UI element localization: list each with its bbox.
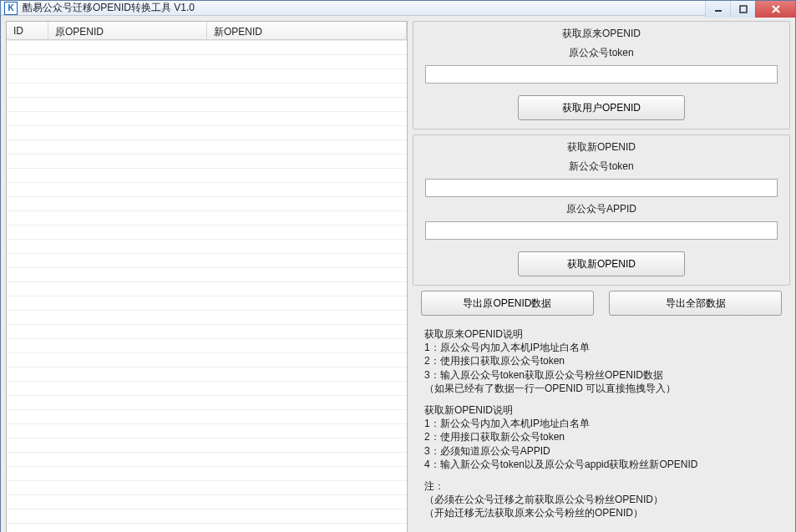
instr3-line2: （开始迁移无法获取原来公众号粉丝的OPENID） <box>424 506 778 519</box>
instr1-line2: 2：使用接口获取原公众号token <box>424 354 778 367</box>
app-icon: K <box>4 2 18 15</box>
instructions-block-2: 获取新OPENID说明 1：新公众号内加入本机IP地址白名单 2：使用接口获取新… <box>424 403 778 471</box>
original-appid-label: 原公众号APPID <box>413 197 789 216</box>
close-button[interactable] <box>755 1 795 18</box>
instructions-block-1: 获取原来OPENID说明 1：原公众号内加入本机IP地址白名单 2：使用接口获取… <box>424 327 778 395</box>
svg-rect-1 <box>740 6 747 13</box>
export-original-openid-button[interactable]: 导出原OPENID数据 <box>421 291 594 316</box>
client-area: ID 原OPENID 新OPENID 获取原来OPENID 原公众号token … <box>1 16 795 532</box>
instr3-line1: （必须在公众号迁移之前获取原公众号粉丝OPENID） <box>424 493 778 506</box>
original-token-label: 原公众号token <box>413 41 789 60</box>
controls-panel: 获取原来OPENID 原公众号token 获取用户OPENID 获取新OPENI… <box>413 21 790 532</box>
instructions-block-3: 注： （必须在公众号迁移之前获取原公众号粉丝OPENID） （开始迁移无法获取原… <box>424 479 778 520</box>
new-token-label: 新公众号token <box>413 155 789 174</box>
maximize-icon <box>739 5 748 13</box>
window-title: 酷易公众号迁移OPENID转换工具 V1.0 <box>23 1 195 15</box>
get-new-openid-button[interactable]: 获取新OPENID <box>518 251 685 276</box>
app-window: K 酷易公众号迁移OPENID转换工具 V1.0 ID 原OPENID 新OPE… <box>0 0 796 532</box>
col-header-new-openid[interactable]: 新OPENID <box>207 22 407 39</box>
instr1-line4: （如果已经有了数据一行一OPENID 可以直接拖拽导入） <box>424 382 778 395</box>
new-token-input[interactable] <box>425 179 778 197</box>
col-header-id[interactable]: ID <box>7 22 48 39</box>
instr1-line1: 1：原公众号内加入本机IP地址白名单 <box>424 341 778 354</box>
instr2-line3: 3：必须知道原公众号APPID <box>424 444 778 458</box>
section2-title: 获取新OPENID <box>413 135 789 155</box>
minimize-button[interactable] <box>705 1 730 18</box>
export-buttons-row: 导出原OPENID数据 导出全部数据 <box>413 291 790 316</box>
maximize-button[interactable] <box>730 1 755 18</box>
instr2-line1: 1：新公众号内加入本机IP地址白名单 <box>424 417 778 430</box>
col-header-old-openid[interactable]: 原OPENID <box>48 22 207 39</box>
window-controls <box>705 1 795 18</box>
instr2-title: 获取新OPENID说明 <box>424 403 778 417</box>
group-get-original-openid: 获取原来OPENID 原公众号token 获取用户OPENID <box>413 21 790 129</box>
table-body[interactable] <box>7 40 407 532</box>
table-row-lines <box>7 40 407 532</box>
original-token-input[interactable] <box>425 65 778 84</box>
get-user-openid-button[interactable]: 获取用户OPENID <box>518 95 685 120</box>
export-all-data-button[interactable]: 导出全部数据 <box>609 291 782 316</box>
instr1-line3: 3：输入原公众号token获取原公众号粉丝OPENID数据 <box>424 368 778 382</box>
group-get-new-openid: 获取新OPENID 新公众号token 原公众号APPID 获取新OPENID <box>413 134 790 286</box>
openid-table: ID 原OPENID 新OPENID <box>6 21 408 532</box>
instr2-line4: 4：输入新公众号token以及原公众号appid获取粉丝新OPENID <box>424 458 778 471</box>
titlebar[interactable]: K 酷易公众号迁移OPENID转换工具 V1.0 <box>1 1 795 16</box>
instr1-title: 获取原来OPENID说明 <box>424 327 778 341</box>
original-appid-input[interactable] <box>425 221 778 240</box>
section1-title: 获取原来OPENID <box>413 22 789 41</box>
instr2-line2: 2：使用接口获取新公众号token <box>424 430 778 443</box>
minimize-icon <box>714 5 722 13</box>
instructions-panel: 获取原来OPENID说明 1：原公众号内加入本机IP地址白名单 2：使用接口获取… <box>413 321 790 532</box>
close-icon <box>771 4 781 14</box>
table-header: ID 原OPENID 新OPENID <box>7 22 407 40</box>
instr3-title: 注： <box>424 479 778 493</box>
